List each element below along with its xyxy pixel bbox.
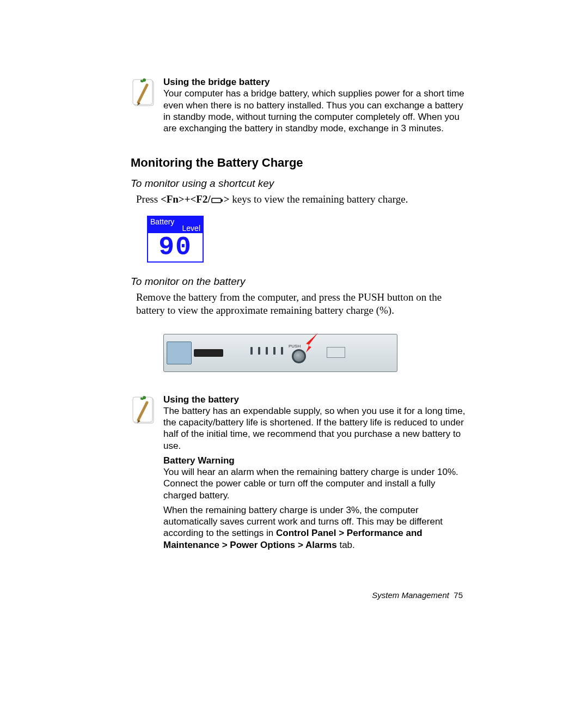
svg-rect-4: [221, 199, 223, 202]
battery-level-header: Battery Level: [148, 217, 203, 233]
battery-key-icon: [211, 194, 223, 207]
on-battery-instruction: Remove the battery from the computer, an…: [136, 291, 463, 318]
note-title: Using the bridge battery: [163, 77, 270, 87]
battery-level-indicator: Battery Level 90: [147, 216, 204, 263]
push-label: PUSH: [289, 344, 301, 349]
svg-rect-3: [212, 198, 221, 203]
footer-section: System Management: [372, 590, 449, 600]
page-footer: System Management 75: [372, 590, 463, 600]
battery-level-value: 90: [148, 233, 203, 261]
note-body: Using the bridge battery Your computer h…: [163, 76, 468, 134]
note-title: Battery Warning: [163, 455, 235, 466]
note-title: Using the battery: [163, 394, 239, 405]
battery-illustration: PUSH: [163, 334, 397, 372]
section-heading: Monitoring the Battery Charge: [131, 156, 468, 170]
note-bridge-battery: Using the bridge battery Your computer h…: [131, 76, 468, 134]
note-using-battery: Using the battery The battery has an exp…: [131, 394, 468, 551]
arrow-icon: [304, 332, 320, 356]
note-text: The battery has an expendable supply, so…: [163, 406, 465, 451]
svg-point-7: [143, 396, 146, 399]
footer-page-number: 75: [454, 590, 463, 600]
subheading-on-battery: To monitor on the battery: [131, 276, 468, 288]
note-body: Using the battery The battery has an exp…: [163, 394, 468, 551]
note-text: You will hear an alarm when the remainin…: [163, 467, 458, 501]
note-icon: [131, 77, 163, 109]
subheading-shortcut-key: To monitor using a shortcut key: [131, 178, 468, 190]
note-text: Your computer has a bridge battery, whic…: [163, 88, 464, 133]
svg-point-2: [143, 78, 146, 82]
note-text: When the remaining battery charge is und…: [163, 505, 443, 550]
note-icon: [131, 395, 163, 426]
shortcut-key-instruction: Press <Fn>+<F2/> keys to view the remain…: [136, 193, 468, 207]
